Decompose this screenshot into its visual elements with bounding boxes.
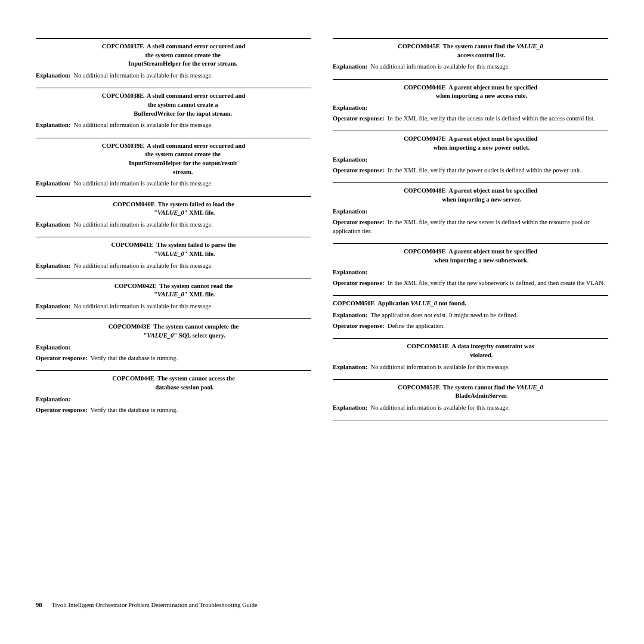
title-041: COPCOM041E The system failed to parse th… (36, 241, 311, 258)
title-037: COPCOM037E A shell command error occurre… (36, 42, 311, 69)
entry-copcom042e: COPCOM042E The system cannot read the "V… (36, 272, 311, 313)
title-051: COPCOM051E A data integrity constraint w… (333, 342, 608, 360)
body-045: Explanation: No additional information i… (333, 62, 608, 71)
label-explanation-052: Explanation: (333, 404, 367, 411)
code-043: COPCOM043E (109, 323, 151, 330)
label-explanation-038: Explanation: (36, 122, 70, 128)
divider-051 (333, 338, 608, 339)
label-explanation-048: Explanation: (333, 208, 367, 215)
title-040: COPCOM040E The system failed to load the… (36, 200, 311, 218)
divider-045 (333, 38, 608, 39)
body-039: Explanation: No additional information i… (36, 179, 311, 188)
right-column: COPCOM045E The system cannot find the VA… (333, 32, 608, 581)
label-explanation-039: Explanation: (36, 180, 70, 187)
code-044: COPCOM044E (112, 375, 154, 382)
body-043: Explanation: Operator response: Verify t… (36, 343, 311, 363)
body-044: Explanation: Operator response: Verify t… (36, 395, 311, 414)
code-050: COPCOM050E (333, 300, 375, 306)
entry-copcom047e: COPCOM047E A parent object must be speci… (333, 125, 608, 177)
divider-048 (333, 182, 608, 183)
label-explanation-041: Explanation: (36, 262, 70, 269)
label-operator-048: Operator response: (333, 219, 385, 225)
entry-copcom049e: COPCOM049E A parent object must be speci… (333, 237, 608, 289)
code-048: COPCOM048E (404, 187, 446, 194)
page: COPCOM037E A shell command error occurre… (0, 0, 644, 644)
value-043: VALUE_0 (147, 332, 174, 339)
body-046: Explanation: Operator response: In the X… (333, 103, 608, 123)
body-049: Explanation: Operator response: In the X… (333, 268, 608, 287)
title-044: COPCOM044E The system cannot access the … (36, 374, 311, 392)
code-040: COPCOM040E (113, 201, 155, 208)
left-column: COPCOM037E A shell command error occurre… (36, 32, 311, 581)
body-038: Explanation: No additional information i… (36, 120, 311, 129)
label-explanation-043: Explanation: (36, 344, 70, 351)
label-operator-044: Operator response: (36, 407, 88, 413)
title-048: COPCOM048E A parent object must be speci… (333, 187, 608, 204)
entry-copcom051e: COPCOM051E A data integrity constraint w… (333, 332, 608, 373)
entry-copcom038e: COPCOM038E A shell command error occurre… (36, 82, 311, 131)
label-operator-043: Operator response: (36, 355, 88, 361)
entry-copcom048e: COPCOM048E A parent object must be speci… (333, 177, 608, 237)
code-038: COPCOM038E (102, 92, 144, 99)
code-051: COPCOM051E (407, 343, 449, 349)
body-050: Explanation: The application does not ex… (333, 311, 608, 330)
title-047: COPCOM047E A parent object must be speci… (333, 135, 608, 152)
footer-page-number: 98 (36, 602, 42, 608)
body-048: Explanation: Operator response: In the X… (333, 207, 608, 236)
code-049: COPCOM049E (404, 248, 446, 255)
entry-copcom046e: COPCOM046E A parent object must be speci… (333, 73, 608, 125)
body-041: Explanation: No additional information i… (36, 261, 311, 270)
label-explanation-040: Explanation: (36, 221, 70, 228)
body-047: Explanation: Operator response: In the X… (333, 155, 608, 175)
entry-copcom052e: COPCOM052E The system cannot find the VA… (333, 373, 608, 414)
title-039: COPCOM039E A shell command error occurre… (36, 142, 311, 177)
page-footer: 98 Tivoli Intelligent Orchestrator Probl… (36, 599, 608, 608)
footer-text: Tivoli Intelligent Orchestrator Problem … (52, 602, 258, 608)
entry-copcom041e: COPCOM041E The system failed to parse th… (36, 231, 311, 272)
value-040: VALUE_0 (157, 209, 184, 216)
label-explanation-045: Explanation: (333, 63, 367, 70)
label-explanation-050: Explanation: (333, 312, 367, 318)
title-042: COPCOM042E The system cannot read the "V… (36, 282, 311, 299)
body-052: Explanation: No additional information i… (333, 403, 608, 412)
code-045: COPCOM045E (398, 43, 440, 49)
entry-copcom039e: COPCOM039E A shell command error occurre… (36, 132, 311, 190)
title-046: COPCOM046E A parent object must be speci… (333, 83, 608, 101)
title-049: COPCOM049E A parent object must be speci… (333, 247, 608, 265)
label-operator-050: Operator response: (333, 323, 385, 329)
divider-043 (36, 318, 311, 319)
code-039: COPCOM039E (102, 143, 144, 149)
title-045: COPCOM045E The system cannot find the VA… (333, 42, 608, 60)
content-columns: COPCOM037E A shell command error occurre… (36, 32, 608, 581)
divider-047 (333, 131, 608, 131)
label-explanation-049: Explanation: (333, 269, 367, 275)
final-divider (333, 420, 608, 420)
value-052: VALUE_0 (516, 384, 543, 391)
body-051: Explanation: No additional information i… (333, 363, 608, 371)
divider-052 (333, 379, 608, 380)
divider-038 (36, 88, 311, 88)
label-explanation-051: Explanation: (333, 364, 367, 370)
label-operator-047: Operator response: (333, 167, 385, 174)
label-explanation-042: Explanation: (36, 303, 70, 309)
divider-041 (36, 237, 311, 237)
code-042: COPCOM042E (114, 283, 157, 289)
divider-039 (36, 138, 311, 138)
title-050: COPCOM050E Application VALUE_0 not found… (333, 299, 608, 308)
code-041: COPCOM041E (112, 242, 154, 248)
label-operator-046: Operator response: (333, 115, 385, 122)
divider-050 (333, 295, 608, 296)
value-050: VALUE_0 (410, 300, 437, 306)
label-explanation-044: Explanation: (36, 396, 70, 402)
label-explanation-047: Explanation: (333, 156, 367, 163)
entry-copcom043e: COPCOM043E The system cannot complete th… (36, 312, 311, 364)
divider-040 (36, 196, 311, 197)
body-042: Explanation: No additional information i… (36, 302, 311, 311)
label-explanation-037: Explanation: (36, 72, 70, 79)
divider-042 (36, 278, 311, 278)
code-047: COPCOM047E (404, 135, 446, 142)
entry-copcom045e: COPCOM045E The system cannot find the VA… (333, 32, 608, 73)
code-037: COPCOM037E (102, 43, 144, 49)
value-042: VALUE_0 (157, 291, 184, 298)
value-045: VALUE_0 (516, 43, 543, 49)
